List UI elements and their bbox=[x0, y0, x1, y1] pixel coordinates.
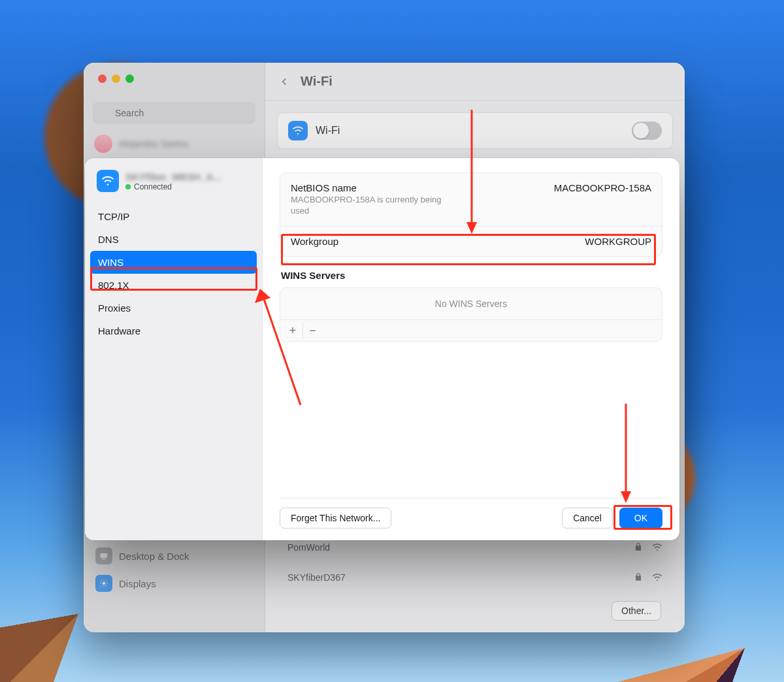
minimize-window-icon[interactable] bbox=[112, 74, 120, 83]
network-name: PomWorld bbox=[287, 542, 330, 553]
svg-line-9 bbox=[101, 581, 102, 581]
svg-rect-2 bbox=[101, 553, 108, 558]
tab-hardware[interactable]: Hardware bbox=[90, 319, 257, 342]
account-row[interactable]: Alejandra Santos bbox=[84, 129, 265, 158]
wifi-toggle[interactable] bbox=[632, 122, 662, 140]
cancel-button[interactable]: Cancel bbox=[562, 508, 613, 528]
forget-network-button[interactable]: Forget This Network... bbox=[280, 508, 391, 528]
brightness-icon bbox=[95, 575, 112, 592]
wins-empty-text: No WINS Servers bbox=[280, 288, 662, 320]
svg-line-10 bbox=[106, 585, 106, 586]
sheet-main: NetBIOS name MACBOOKPRO-158A is currentl… bbox=[263, 158, 679, 540]
tab-tcpip[interactable]: TCP/IP bbox=[90, 205, 257, 228]
search-input[interactable] bbox=[93, 102, 255, 124]
close-window-icon[interactable] bbox=[98, 74, 106, 83]
lock-icon bbox=[634, 542, 643, 551]
page-title: Wi-Fi bbox=[301, 74, 333, 89]
fullscreen-window-icon[interactable] bbox=[125, 74, 134, 83]
wifi-signal-icon bbox=[652, 572, 662, 583]
netbios-label: NetBIOS name bbox=[291, 182, 546, 193]
netbios-sub: MACBOOKPRO-158A is currently being used bbox=[291, 195, 461, 217]
connection-status: Connected bbox=[125, 182, 221, 191]
svg-point-4 bbox=[103, 582, 106, 585]
netbios-card: NetBIOS name MACBOOKPRO-158A is currentl… bbox=[280, 172, 662, 257]
tab-dns[interactable]: DNS bbox=[90, 228, 257, 251]
network-settings-sheet: SKYfiber_MESH_A... Connected TCP/IPDNSWI… bbox=[85, 158, 679, 540]
wifi-label: Wi-Fi bbox=[316, 125, 340, 137]
sidebar-item-label: Displays bbox=[119, 578, 156, 589]
svg-line-11 bbox=[101, 585, 102, 586]
add-wins-server-button[interactable]: + bbox=[283, 323, 302, 338]
ok-button[interactable]: OK bbox=[619, 508, 662, 528]
dock-icon bbox=[95, 547, 112, 564]
network-row[interactable]: SKYfiberD367 bbox=[277, 566, 673, 589]
sidebar-item-label: Desktop & Dock bbox=[119, 551, 189, 562]
network-name: SKYfiber_MESH_A... bbox=[125, 171, 221, 182]
sidebar-item-displays[interactable]: Displays bbox=[90, 570, 258, 597]
network-name: SKYfiberD367 bbox=[287, 572, 346, 583]
avatar bbox=[94, 135, 112, 153]
other-networks-button[interactable]: Other... bbox=[612, 601, 661, 621]
wifi-icon bbox=[97, 170, 119, 192]
sheet-footer: Forget This Network... Cancel OK bbox=[280, 498, 662, 540]
workgroup-row[interactable]: Workgroup WORKGROUP bbox=[280, 226, 662, 256]
tab-proxies[interactable]: Proxies bbox=[90, 297, 257, 319]
remove-wins-server-button[interactable]: − bbox=[302, 323, 322, 338]
tab-8021x[interactable]: 802.1X bbox=[90, 274, 257, 297]
account-name: Alejandra Santos bbox=[119, 138, 189, 149]
wifi-card: Wi-Fi bbox=[277, 112, 673, 149]
back-icon[interactable] bbox=[278, 76, 290, 88]
workgroup-label: Workgroup bbox=[291, 236, 577, 247]
window-traffic-lights[interactable] bbox=[84, 63, 265, 89]
netbios-value[interactable]: MACBOOKPRO-158A bbox=[554, 182, 651, 193]
svg-rect-3 bbox=[102, 559, 106, 559]
wifi-icon bbox=[288, 121, 308, 140]
wifi-signal-icon bbox=[652, 542, 662, 553]
tab-wins[interactable]: WINS bbox=[90, 251, 257, 274]
workgroup-value[interactable]: WORKGROUP bbox=[585, 236, 651, 247]
lock-icon bbox=[634, 572, 643, 581]
sidebar-item-desktop-dock[interactable]: Desktop & Dock bbox=[90, 542, 258, 570]
header: Wi-Fi bbox=[265, 63, 685, 101]
svg-line-12 bbox=[106, 581, 106, 581]
wins-servers-card: No WINS Servers + − bbox=[280, 287, 662, 342]
sheet-sidebar: SKYfiber_MESH_A... Connected TCP/IPDNSWI… bbox=[85, 158, 263, 540]
wins-servers-heading: WINS Servers bbox=[281, 270, 661, 281]
status-dot-icon bbox=[125, 184, 131, 189]
